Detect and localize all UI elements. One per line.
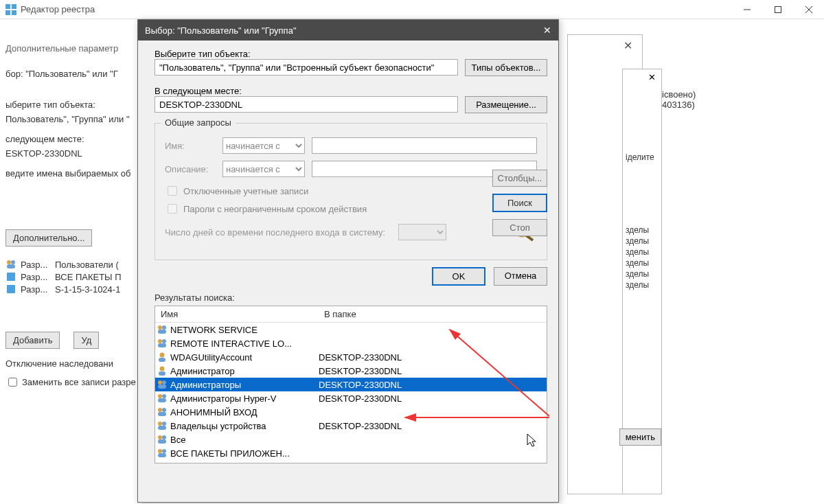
under-replace-checkbox[interactable] <box>8 378 17 387</box>
under-advanced-button[interactable]: Дополнительно... <box>5 229 92 247</box>
under-replace-label: Заменить все записи разре <box>22 377 136 387</box>
object-type-input[interactable] <box>154 59 458 76</box>
results-row[interactable]: АдминистраторDESKTOP-2330DNL <box>155 364 547 378</box>
nonexpiring-pwd-label: Пароли с неограниченным сроком действия <box>183 204 367 214</box>
dialog-titlebar[interactable]: Выбор: "Пользователь" или "Группа" ✕ <box>138 20 558 41</box>
perm-row[interactable]: Разр... Пользователи ( <box>5 259 137 270</box>
close-icon[interactable]: ✕ <box>648 72 656 82</box>
result-name: Все <box>169 435 319 445</box>
description-starts-select[interactable]: начинается с <box>222 161 305 177</box>
svg-point-34 <box>158 422 162 426</box>
results-row[interactable]: Все <box>155 433 547 446</box>
svg-point-40 <box>158 449 162 453</box>
svg-point-21 <box>160 353 165 358</box>
group-icon <box>155 420 169 431</box>
result-folder: DESKTOP-2330DNL <box>319 380 547 390</box>
svg-point-37 <box>158 435 162 439</box>
common-queries-legend: Общие запросы <box>161 117 236 128</box>
stop-button[interactable]: Стоп <box>492 219 547 236</box>
bg-row: іделите <box>626 152 659 163</box>
svg-point-32 <box>162 408 166 412</box>
object-type-label: Выберите тип объекта: <box>154 49 547 59</box>
results-row[interactable]: АдминистраторыDESKTOP-2330DNL <box>155 378 547 391</box>
name-input[interactable] <box>312 137 537 154</box>
svg-rect-39 <box>158 439 166 444</box>
days-since-login-select[interactable] <box>398 224 446 240</box>
svg-rect-42 <box>158 453 166 457</box>
results-row[interactable]: WDAGUtilityAccountDESKTOP-2330DNL <box>155 350 547 364</box>
perm-row[interactable]: Разр... ВСЕ ПАКЕТЫ П <box>5 271 137 282</box>
minimize-button[interactable] <box>731 0 762 19</box>
locations-button[interactable]: Размещение... <box>465 96 547 113</box>
object-types-button[interactable]: Типы объектов... <box>465 59 547 76</box>
group-icon <box>155 338 169 349</box>
nonexpiring-pwd-row[interactable]: Пароли с неограниченным сроком действия <box>165 202 537 216</box>
results-row[interactable]: Администраторы Hyper-VDESKTOP-2330DNL <box>155 391 547 405</box>
under-add-button[interactable]: Добавить <box>5 332 60 349</box>
under-replace-row[interactable]: Заменить все записи разре <box>5 376 137 389</box>
disabled-accounts-checkbox[interactable] <box>168 186 177 196</box>
perm-principal: Пользователи ( <box>55 260 119 270</box>
query-buttons: Столбцы... Поиск Стоп <box>492 170 547 236</box>
results-row[interactable]: Владельцы устройстваDESKTOP-2330DNL <box>155 419 547 433</box>
close-button[interactable] <box>793 0 824 19</box>
results-row[interactable]: ВСЕ ПАКЕТЫ ПРИЛОЖЕН... <box>155 446 547 460</box>
bg-row: зделы <box>626 279 659 290</box>
group-icon <box>155 434 169 445</box>
result-name: Владельцы устройства <box>169 421 319 431</box>
svg-rect-10 <box>7 264 15 268</box>
results-header[interactable]: Имя В папке <box>155 306 547 323</box>
results-col-name[interactable]: Имя <box>155 306 319 322</box>
dialog-close-button[interactable]: ✕ <box>543 25 551 36</box>
result-folder: DESKTOP-2330DNL <box>319 352 547 363</box>
name-starts-select[interactable]: начинается с <box>222 137 305 154</box>
secondary-title-text: Дополнительные параметр <box>5 43 118 54</box>
result-name: WDAGUtilityAccount <box>169 352 319 363</box>
svg-rect-30 <box>158 398 166 402</box>
bg-apply-button[interactable]: менить <box>619 428 661 446</box>
results-row[interactable]: REMOTE INTERACTIVE LO... <box>155 336 547 350</box>
results-row[interactable]: NETWORK SERVICE <box>155 323 547 336</box>
svg-rect-24 <box>159 371 165 376</box>
find-now-button[interactable]: Поиск <box>492 194 547 212</box>
results-list[interactable]: Имя В папке NETWORK SERVICEREMOTE INTERA… <box>155 306 547 463</box>
perm-icon <box>5 284 16 295</box>
ok-button[interactable]: OK <box>432 267 485 286</box>
columns-button[interactable]: Столбцы... <box>492 170 547 187</box>
app-title: Редактор реестра <box>21 4 731 14</box>
location-label: В следующем месте: <box>154 86 547 96</box>
nonexpiring-pwd-checkbox[interactable] <box>168 204 177 214</box>
under-objtype-value: Пользователь", "Группа" или " <box>5 114 137 124</box>
svg-point-25 <box>158 380 162 385</box>
result-name: Администратор <box>169 366 319 376</box>
under-inherit-label: Отключение наследовани <box>5 358 137 369</box>
search-results: Имя В папке NETWORK SERVICEREMOTE INTERA… <box>154 306 547 463</box>
name-label: Имя: <box>165 141 216 151</box>
window-controls <box>731 0 824 19</box>
group-icon <box>155 448 169 459</box>
under-remove-button[interactable]: Уд <box>73 332 99 349</box>
svg-point-9 <box>11 260 15 264</box>
svg-point-28 <box>158 394 162 398</box>
bg-row: зделы <box>626 236 659 247</box>
results-row[interactable]: АНОНИМНЫЙ ВХОД <box>155 405 547 419</box>
location-input[interactable] <box>154 96 458 113</box>
perm-icon <box>5 271 16 282</box>
svg-rect-1 <box>12 4 16 9</box>
result-folder: DESKTOP-2330DNL <box>319 393 547 404</box>
disabled-accounts-label: Отключенные учетные записи <box>183 186 308 196</box>
svg-rect-3 <box>12 10 16 15</box>
under-crumb: бор: "Пользователь" или "Г <box>5 69 137 79</box>
disabled-accounts-row[interactable]: Отключенные учетные записи <box>165 184 537 198</box>
results-col-folder[interactable]: В папке <box>319 306 547 322</box>
result-folder: DESKTOP-2330DNL <box>319 421 547 431</box>
group-icon <box>155 393 169 404</box>
close-icon[interactable]: ✕ <box>623 39 632 52</box>
maximize-button[interactable] <box>762 0 793 19</box>
group-icon <box>155 406 169 417</box>
result-name: АНОНИМНЫЙ ВХОД <box>169 407 319 417</box>
under-perms-list: Разр... Пользователи ( Разр... ВСЕ ПАКЕТ… <box>5 259 137 295</box>
svg-rect-22 <box>159 358 165 362</box>
perm-row[interactable]: Разр... S-1-15-3-1024-1 <box>5 284 137 295</box>
cancel-button[interactable]: Отмена <box>494 267 547 286</box>
